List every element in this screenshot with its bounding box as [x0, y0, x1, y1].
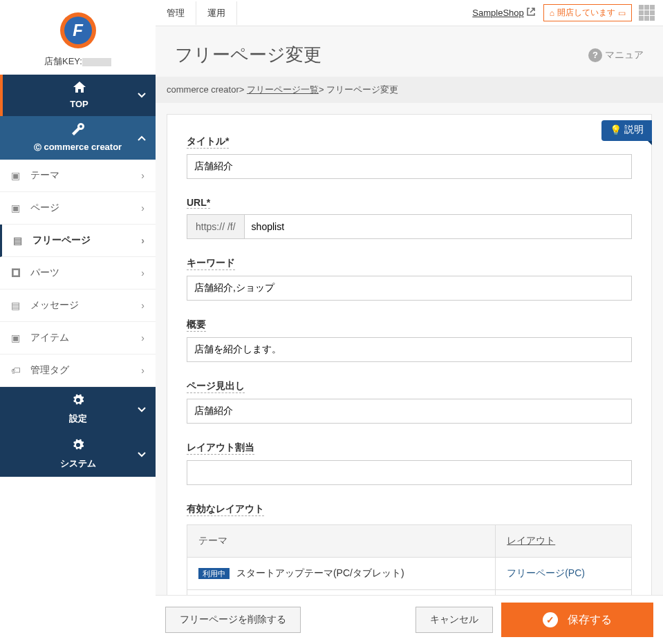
url-prefix: https:// /f/	[187, 214, 244, 239]
sidebar-item-page[interactable]: ▣ ページ ›	[0, 192, 156, 225]
heading-input[interactable]	[187, 399, 632, 424]
tab-admin[interactable]: 管理	[156, 1, 196, 25]
home-icon	[73, 82, 86, 96]
sidebar-item-tag[interactable]: 🏷 管理タグ ›	[0, 354, 156, 387]
shop-link[interactable]: SampleShop	[472, 8, 534, 18]
explain-tab[interactable]: 💡 説明	[601, 120, 652, 141]
summary-input[interactable]	[187, 337, 632, 362]
title-label: タイトル*	[187, 135, 229, 149]
page-title: フリーページ変更	[175, 43, 321, 67]
delete-button[interactable]: フリーページを削除する	[165, 607, 301, 633]
wrench-icon	[72, 123, 84, 139]
url-label: URL*	[187, 197, 210, 209]
sidebar: F 店舗KEY: TOP Ⓒ commerce creator ▣ テ	[0, 0, 156, 644]
lightbulb-icon: 💡	[610, 124, 622, 135]
check-icon: ✓	[543, 612, 558, 627]
sidebar-item-label: パーツ	[30, 267, 59, 279]
gear-icon	[72, 394, 84, 410]
chevron-right-icon: ›	[141, 235, 144, 246]
sidebar-item-label: メッセージ	[30, 299, 79, 312]
breadcrumb-link[interactable]: フリーページ一覧	[247, 84, 319, 95]
chevron-right-icon: ›	[141, 365, 144, 376]
cancel-button[interactable]: キャンセル	[415, 607, 493, 633]
external-link-icon	[527, 8, 535, 18]
summary-label: 概要	[187, 319, 206, 332]
nav-system[interactable]: システム	[0, 432, 156, 477]
chevron-right-icon: ›	[141, 332, 144, 343]
chevron-down-icon	[138, 452, 146, 457]
heading-label: ページ見出し	[187, 380, 245, 393]
title-input[interactable]	[187, 154, 632, 179]
image-icon: ▣	[11, 332, 25, 343]
logo-letter: F	[64, 17, 92, 44]
sidebar-item-item[interactable]: ▣ アイテム ›	[0, 322, 156, 354]
manual-link[interactable]: ? マニュア	[588, 48, 644, 62]
th-layout[interactable]: レイアウト	[496, 525, 632, 558]
tab-operation[interactable]: 運用	[196, 1, 237, 25]
in-use-badge: 利用中	[198, 568, 230, 579]
chevron-right-icon: ›	[141, 267, 144, 278]
save-button[interactable]: ✓ 保存する	[501, 603, 653, 637]
message-icon: ▤	[11, 300, 25, 311]
sidebar-item-theme[interactable]: ▣ テーマ ›	[0, 160, 156, 192]
layout-assign-label: レイアウト割当	[187, 442, 254, 455]
content: 💡 説明 タイトル* URL* https:// /f/	[156, 103, 663, 644]
page-icon: ▣	[11, 202, 25, 214]
layout-assign-input[interactable]	[187, 460, 632, 485]
store-icon: ⌂	[550, 8, 554, 18]
breadcrumb: commerce creator> フリーページ一覧> フリーページ変更	[156, 77, 663, 103]
chevron-down-icon	[138, 93, 146, 98]
sidebar-item-parts[interactable]: 🞐 パーツ ›	[0, 257, 156, 290]
help-icon: ?	[588, 48, 602, 62]
nav-top[interactable]: TOP	[0, 75, 156, 116]
chevron-right-icon: ›	[141, 202, 144, 214]
nav-commerce-creator[interactable]: Ⓒ commerce creator	[0, 116, 156, 160]
tag-icon: 🏷	[11, 365, 25, 376]
table-row: 利用中 スタートアップテーマ(PC/タブレット) フリーページ(PC)	[187, 558, 632, 590]
sidebar-item-label: フリーページ	[32, 234, 91, 247]
form-card: 💡 説明 タイトル* URL* https:// /f/	[167, 114, 652, 644]
card-icon: ▭	[618, 8, 626, 18]
shop-key: 店舗KEY:	[0, 54, 156, 75]
layout-link[interactable]: フリーページ(PC)	[507, 567, 585, 578]
sidebar-item-label: テーマ	[30, 169, 59, 182]
file-icon: ▤	[13, 235, 27, 246]
sidebar-item-message[interactable]: ▤ メッセージ ›	[0, 290, 156, 322]
url-input[interactable]	[244, 214, 632, 239]
sidebar-item-label: ページ	[30, 202, 59, 214]
page-header: フリーページ変更 ? マニュア	[156, 26, 663, 77]
briefcase-icon: 🞐	[11, 267, 25, 278]
sidebar-item-label: アイテム	[30, 332, 69, 344]
valid-layout-label: 有効なレイアウト	[187, 503, 264, 516]
th-theme: テーマ	[187, 525, 496, 558]
status-badge[interactable]: ⌂ 開店しています ▭	[543, 4, 632, 21]
sidebar-item-label: 管理タグ	[30, 364, 69, 377]
layers-icon: ▣	[11, 170, 25, 181]
footer-bar: フリーページを削除する キャンセル ✓ 保存する	[156, 595, 663, 644]
chevron-right-icon: ›	[141, 170, 144, 181]
chevron-right-icon: ›	[141, 300, 144, 311]
main: 管理 運用 SampleShop ⌂ 開店しています ▭ フリーページ変更	[156, 0, 663, 644]
grid-icon[interactable]	[639, 5, 655, 21]
topbar: 管理 運用 SampleShop ⌂ 開店しています ▭	[156, 0, 663, 26]
sidebar-item-freepage[interactable]: ▤ フリーページ ›	[0, 225, 156, 257]
chevron-down-icon	[138, 407, 146, 413]
nav-settings[interactable]: 設定	[0, 387, 156, 432]
logo: F	[0, 0, 156, 54]
keyword-label: キーワード	[187, 257, 235, 270]
chevron-up-icon	[138, 135, 146, 141]
keyword-input[interactable]	[187, 276, 632, 301]
cog-icon	[72, 439, 84, 455]
